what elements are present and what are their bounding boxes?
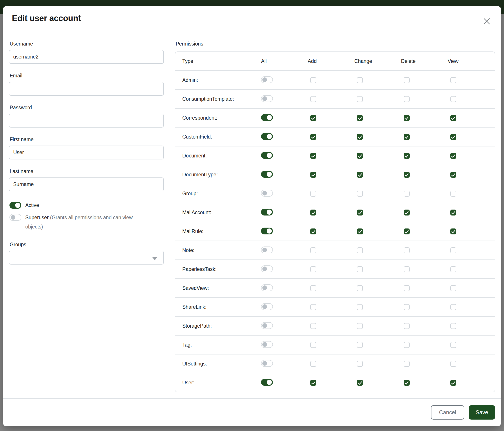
permission-view-checkbox[interactable] bbox=[450, 77, 456, 83]
permission-all-toggle[interactable] bbox=[261, 379, 273, 386]
permission-view-checkbox[interactable] bbox=[450, 285, 456, 291]
permission-add-checkbox[interactable] bbox=[310, 361, 316, 367]
permission-view-checkbox[interactable] bbox=[450, 266, 456, 272]
permission-delete-checkbox[interactable] bbox=[404, 380, 410, 386]
permission-add-checkbox[interactable] bbox=[310, 210, 316, 216]
permission-delete-checkbox[interactable] bbox=[404, 77, 410, 83]
permission-view-checkbox[interactable] bbox=[450, 96, 456, 102]
permission-add-checkbox[interactable] bbox=[310, 247, 316, 253]
permission-delete-checkbox[interactable] bbox=[404, 228, 410, 234]
permission-add-checkbox[interactable] bbox=[310, 342, 316, 348]
username-input[interactable] bbox=[9, 50, 164, 64]
permission-all-toggle[interactable] bbox=[261, 209, 273, 216]
permission-delete-checkbox[interactable] bbox=[404, 172, 410, 178]
permission-change-checkbox[interactable] bbox=[357, 191, 363, 197]
superuser-toggle[interactable] bbox=[9, 214, 21, 221]
save-button[interactable]: Save bbox=[469, 405, 495, 420]
permission-delete-checkbox[interactable] bbox=[404, 361, 410, 367]
permission-all-toggle[interactable] bbox=[261, 152, 273, 159]
active-toggle[interactable] bbox=[9, 202, 21, 209]
permission-delete-checkbox[interactable] bbox=[404, 323, 410, 329]
permission-view-checkbox[interactable] bbox=[450, 228, 456, 234]
permission-all-toggle[interactable] bbox=[261, 360, 273, 367]
permission-all-toggle[interactable] bbox=[261, 303, 273, 310]
permission-all-toggle[interactable] bbox=[261, 246, 273, 253]
permission-view-checkbox[interactable] bbox=[450, 210, 456, 216]
permission-delete-checkbox[interactable] bbox=[404, 247, 410, 253]
permission-delete-checkbox[interactable] bbox=[404, 191, 410, 197]
permission-add-checkbox[interactable] bbox=[310, 153, 316, 159]
permission-add-checkbox[interactable] bbox=[310, 134, 316, 140]
permission-change-checkbox[interactable] bbox=[357, 96, 363, 102]
permission-all-toggle[interactable] bbox=[261, 341, 273, 348]
groups-select[interactable] bbox=[9, 251, 164, 265]
permission-delete-checkbox[interactable] bbox=[404, 115, 410, 121]
permission-all-toggle[interactable] bbox=[261, 190, 273, 197]
permission-all-toggle[interactable] bbox=[261, 114, 273, 121]
permission-view-checkbox[interactable] bbox=[450, 323, 456, 329]
permission-delete-checkbox[interactable] bbox=[404, 210, 410, 216]
first-name-input[interactable] bbox=[9, 146, 164, 159]
permission-add-checkbox[interactable] bbox=[310, 380, 316, 386]
permission-add-checkbox[interactable] bbox=[310, 172, 316, 178]
permission-view-checkbox[interactable] bbox=[450, 115, 456, 121]
password-input[interactable] bbox=[9, 114, 164, 127]
permission-view-checkbox[interactable] bbox=[450, 304, 456, 310]
permission-all-toggle[interactable] bbox=[261, 228, 273, 234]
permission-type-label: CustomField: bbox=[175, 127, 259, 146]
permission-delete-checkbox[interactable] bbox=[404, 96, 410, 102]
edit-user-modal: Edit user account Username Email Passwor… bbox=[3, 6, 501, 426]
permission-all-toggle[interactable] bbox=[261, 133, 273, 140]
permission-change-checkbox[interactable] bbox=[357, 134, 363, 140]
permission-change-checkbox[interactable] bbox=[357, 304, 363, 310]
email-input[interactable] bbox=[9, 82, 164, 96]
permission-delete-checkbox[interactable] bbox=[404, 342, 410, 348]
permission-change-checkbox[interactable] bbox=[357, 323, 363, 329]
permission-view-checkbox[interactable] bbox=[450, 191, 456, 197]
close-button[interactable] bbox=[482, 17, 492, 26]
permission-view-checkbox[interactable] bbox=[450, 380, 456, 386]
permission-add-checkbox[interactable] bbox=[310, 191, 316, 197]
permission-change-checkbox[interactable] bbox=[357, 77, 363, 83]
permission-add-checkbox[interactable] bbox=[310, 323, 316, 329]
permission-change-checkbox[interactable] bbox=[357, 285, 363, 291]
permission-change-checkbox[interactable] bbox=[357, 172, 363, 178]
permission-all-toggle[interactable] bbox=[261, 265, 273, 272]
permission-delete-checkbox[interactable] bbox=[404, 285, 410, 291]
active-toggle-row: Active bbox=[9, 202, 164, 209]
permission-add-checkbox[interactable] bbox=[310, 285, 316, 291]
permission-delete-checkbox[interactable] bbox=[404, 266, 410, 272]
permission-change-checkbox[interactable] bbox=[357, 153, 363, 159]
permission-change-checkbox[interactable] bbox=[357, 115, 363, 121]
permission-all-toggle[interactable] bbox=[261, 76, 273, 83]
permission-view-checkbox[interactable] bbox=[450, 361, 456, 367]
permission-all-toggle[interactable] bbox=[261, 95, 273, 102]
permission-change-checkbox[interactable] bbox=[357, 380, 363, 386]
permission-change-checkbox[interactable] bbox=[357, 342, 363, 348]
permission-all-toggle[interactable] bbox=[261, 322, 273, 329]
permission-view-checkbox[interactable] bbox=[450, 247, 456, 253]
permission-delete-checkbox[interactable] bbox=[404, 304, 410, 310]
first-name-field-group: First name bbox=[9, 136, 164, 159]
permission-change-checkbox[interactable] bbox=[357, 210, 363, 216]
permission-delete-checkbox[interactable] bbox=[404, 153, 410, 159]
permission-change-checkbox[interactable] bbox=[357, 361, 363, 367]
permission-view-checkbox[interactable] bbox=[450, 172, 456, 178]
permission-all-toggle[interactable] bbox=[261, 171, 273, 178]
permission-add-checkbox[interactable] bbox=[310, 304, 316, 310]
permission-view-checkbox[interactable] bbox=[450, 153, 456, 159]
cancel-button[interactable]: Cancel bbox=[431, 405, 464, 420]
permission-change-checkbox[interactable] bbox=[357, 247, 363, 253]
permission-add-checkbox[interactable] bbox=[310, 96, 316, 102]
last-name-input[interactable] bbox=[9, 178, 164, 191]
permission-delete-checkbox[interactable] bbox=[404, 134, 410, 140]
permission-add-checkbox[interactable] bbox=[310, 228, 316, 234]
permission-view-checkbox[interactable] bbox=[450, 342, 456, 348]
permission-add-checkbox[interactable] bbox=[310, 115, 316, 121]
permission-add-checkbox[interactable] bbox=[310, 77, 316, 83]
permission-change-checkbox[interactable] bbox=[357, 228, 363, 234]
permission-change-checkbox[interactable] bbox=[357, 266, 363, 272]
permission-all-toggle[interactable] bbox=[261, 284, 273, 291]
permission-view-checkbox[interactable] bbox=[450, 134, 456, 140]
permission-add-checkbox[interactable] bbox=[310, 266, 316, 272]
